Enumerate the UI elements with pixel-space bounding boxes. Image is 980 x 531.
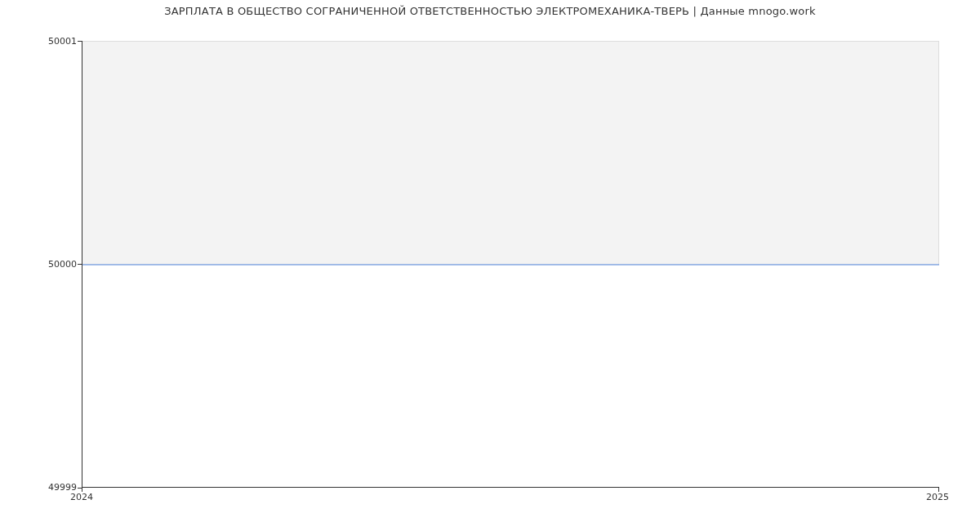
plot-upper-band [82, 41, 939, 265]
y-tick-label: 49999 [3, 482, 77, 493]
x-tick-label: 2025 [926, 492, 949, 502]
plot-area [82, 41, 939, 488]
salary-chart: ЗАРПЛАТА В ОБЩЕСТВО СОГРАНИЧЕННОЙ ОТВЕТС… [0, 0, 980, 531]
y-tick-mark [78, 264, 82, 265]
x-axis [82, 487, 939, 488]
y-tick-mark [78, 41, 82, 42]
y-axis [82, 41, 82, 488]
x-tick-label: 2024 [70, 492, 93, 502]
y-tick-label: 50001 [3, 36, 77, 47]
plot-lower-band [82, 265, 939, 489]
chart-title: ЗАРПЛАТА В ОБЩЕСТВО СОГРАНИЧЕННОЙ ОТВЕТС… [0, 5, 980, 17]
series-line-salary [82, 264, 939, 265]
y-tick-label: 50000 [3, 259, 77, 270]
